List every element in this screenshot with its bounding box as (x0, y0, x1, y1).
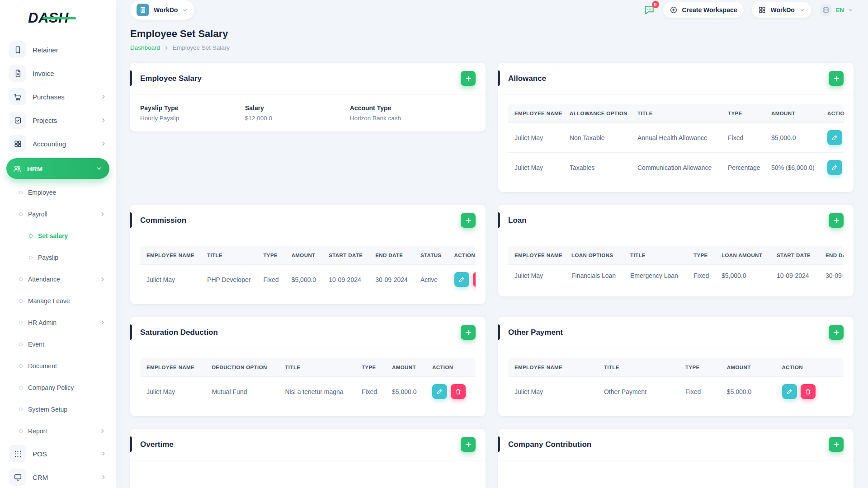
sidebar-item-accounting[interactable]: Accounting (0, 132, 116, 155)
add-button[interactable] (829, 325, 844, 340)
field-label: Salary (245, 104, 350, 112)
edit-button[interactable] (454, 272, 469, 287)
sidebar-item-report[interactable]: Report (0, 420, 116, 442)
column-header: AMOUNT (285, 246, 323, 265)
sidebar-item-label: HR Admin (28, 319, 57, 326)
messages-button[interactable]: 0 (643, 4, 655, 16)
cell-title: Annual Health Allowance (631, 123, 722, 153)
add-button[interactable] (829, 437, 844, 452)
chevron-down-icon (848, 7, 854, 13)
table-row: Juliet May Financials Loan Emergency Loa… (508, 265, 844, 287)
chevron-right-icon (99, 428, 106, 434)
column-header: TITLE (624, 246, 687, 265)
cell-amount: 50% ($6,000.0) (765, 153, 821, 183)
cell-type: Fixed (679, 377, 721, 407)
edit-button[interactable] (827, 160, 842, 175)
invoice-icon (9, 65, 26, 82)
sidebar-item-label: Projects (33, 117, 94, 124)
loan-table-wrap: EMPLOYEE NAME LOAN OPTIONS TITLE TYPE LO… (508, 246, 844, 286)
cell-type: Fixed (687, 265, 715, 287)
add-button[interactable] (829, 213, 844, 228)
sidebar-item-hrm-active[interactable]: HRM (6, 158, 109, 179)
add-button[interactable] (829, 71, 844, 86)
edit-button[interactable] (827, 130, 842, 145)
column-header: START DATE (770, 246, 819, 265)
sidebar-item-crm[interactable]: CRM (0, 465, 116, 488)
sidebar-item-set-salary[interactable]: Set salary (0, 225, 116, 247)
sidebar-item-purchases[interactable]: Purchases (0, 85, 116, 108)
sidebar-item-label: POS (33, 450, 94, 458)
circle-icon (19, 429, 23, 433)
card-header: Other Payment (498, 317, 854, 348)
sidebar-item-hr-admin[interactable]: HR Admin (0, 312, 116, 333)
circle-icon (19, 343, 23, 346)
language-selector[interactable]: EN (820, 4, 854, 16)
grid-icon (9, 135, 26, 152)
cell-employee-name: Juliet May (508, 265, 565, 287)
language-code: EN (836, 7, 844, 14)
create-workspace-button[interactable]: Create Workspace (663, 2, 744, 18)
sidebar-item-system-setup[interactable]: System Setup (0, 399, 116, 420)
card-body: EMPLOYEE NAME ALLOWANCE OPTION TITLE TYP… (498, 94, 854, 192)
chevron-right-icon (100, 474, 107, 480)
sidebar-item-event[interactable]: Event (0, 333, 116, 355)
people-icon (13, 164, 22, 173)
plus-circle-icon (670, 6, 678, 14)
add-button[interactable] (461, 325, 476, 340)
sidebar-item-company-policy[interactable]: Company Policy (0, 377, 116, 399)
column-header: TYPE (687, 246, 715, 265)
sidebar-item-label: Invoice (33, 70, 107, 77)
loan-table: EMPLOYEE NAME LOAN OPTIONS TITLE TYPE LO… (508, 246, 844, 286)
breadcrumb-dashboard-link[interactable]: Dashboard (130, 44, 160, 51)
chevron-down-icon (799, 7, 805, 13)
sidebar-item-document[interactable]: Document (0, 355, 116, 377)
column-header: TITLE (631, 104, 722, 123)
column-header: TYPE (257, 246, 285, 265)
chevron-down-icon (182, 7, 188, 13)
cell-action (821, 123, 844, 153)
cell-status: Active (414, 265, 448, 295)
add-button[interactable] (461, 437, 476, 452)
logo-accent-line (42, 17, 76, 19)
workdo-menu-button[interactable]: WorkDo (752, 2, 811, 18)
sidebar-item-payroll[interactable]: Payroll (0, 203, 116, 225)
circle-icon (29, 256, 33, 259)
table-header-row: EMPLOYEE NAME DEDUCTION OPTION TITLE TYP… (140, 358, 476, 377)
column-header: STATUS (414, 246, 448, 265)
sidebar-item-attendance[interactable]: Attendance (0, 268, 116, 290)
sidebar-item-invoice[interactable]: Invoice (0, 61, 116, 85)
add-button[interactable] (461, 71, 476, 86)
card-body: EMPLOYEE NAME DEDUCTION OPTION TITLE TYP… (130, 348, 486, 416)
column-header: ACTION (821, 104, 844, 123)
table-row: Juliet May PHP Developer Fixed $5,000.0 … (140, 265, 476, 295)
table-header-row: EMPLOYEE NAME LOAN OPTIONS TITLE TYPE LO… (508, 246, 844, 265)
delete-button[interactable] (473, 272, 476, 287)
column-header: DEDUCTION OPTION (206, 358, 279, 377)
add-button[interactable] (461, 213, 476, 228)
card-title: Employee Salary (140, 74, 202, 83)
main-content: WorkDo 0 Create Workspace (116, 0, 868, 488)
sidebar-item-retainer[interactable]: Retainer (0, 38, 116, 61)
card-header: Company Contribution (498, 429, 854, 460)
edit-button[interactable] (432, 384, 447, 399)
cell-end-date: 30-09-2024 (369, 265, 414, 295)
sidebar-item-employee[interactable]: Employee (0, 182, 116, 203)
card-title: Allowance (508, 74, 546, 83)
cell-type: Fixed (257, 265, 285, 295)
edit-button[interactable] (782, 384, 797, 399)
sidebar-item-payslip[interactable]: Payslip (0, 247, 116, 268)
table-row: Juliet May Other Payment Fixed $5,000.0 (508, 377, 844, 407)
column-header: LOAN OPTIONS (565, 246, 624, 265)
column-header: TYPE (355, 358, 386, 377)
sidebar-item-manage-leave[interactable]: Manage Leave (0, 290, 116, 312)
workspace-switcher[interactable]: WorkDo (130, 0, 194, 20)
app-logo[interactable]: DASH (28, 10, 69, 26)
cell-action (448, 265, 476, 295)
cell-allowance-option: Taxables (563, 153, 631, 183)
delete-button[interactable] (801, 384, 816, 399)
sidebar-item-label: Attendance (28, 276, 60, 283)
sidebar-item-projects[interactable]: Projects (0, 108, 116, 132)
delete-button[interactable] (451, 384, 466, 399)
building-icon (137, 4, 149, 16)
sidebar-item-pos[interactable]: POS (0, 442, 116, 465)
